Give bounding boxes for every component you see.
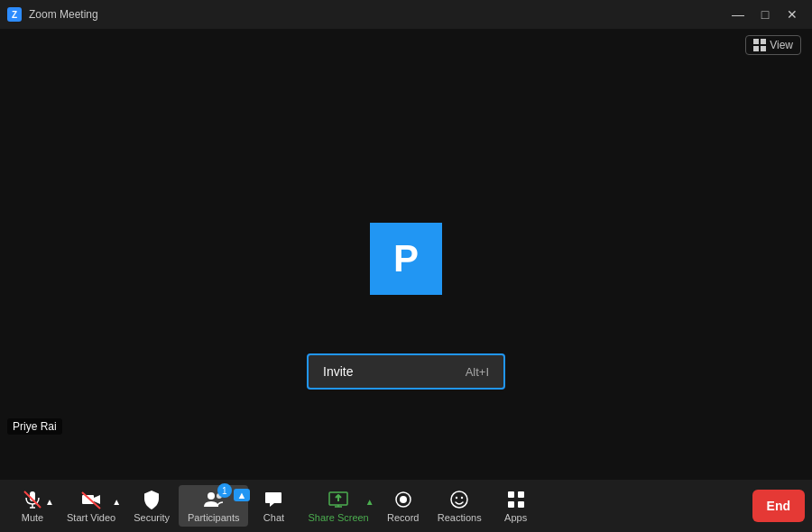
invite-popup[interactable]: Invite Alt+I [307, 353, 505, 390]
svg-rect-24 [518, 491, 524, 498]
title-bar: Z Zoom Meeting — □ ✕ [0, 0, 812, 29]
view-button[interactable]: View [745, 35, 801, 55]
mute-button[interactable]: Mute ▲ [7, 485, 58, 527]
svg-rect-5 [761, 46, 766, 51]
title-bar-controls: — □ ✕ [725, 2, 805, 27]
end-button[interactable]: End [752, 490, 805, 522]
avatar-container: P [370, 223, 442, 295]
svg-rect-2 [753, 39, 759, 44]
svg-rect-26 [518, 501, 524, 508]
record-icon [392, 489, 414, 510]
apps-label: Apps [504, 512, 527, 523]
participants-button[interactable]: 1 ▲ Participants [179, 485, 248, 527]
security-label: Security [134, 512, 170, 523]
grid-icon [753, 39, 766, 51]
view-label: View [770, 39, 793, 51]
svg-point-13 [208, 492, 215, 500]
participants-label: Participants [188, 512, 239, 523]
record-label: Record [387, 512, 419, 523]
avatar-letter: P [393, 237, 419, 280]
chat-label: Chat [263, 512, 284, 523]
participants-count: 1 [217, 483, 232, 498]
svg-point-21 [456, 497, 457, 499]
share-screen-button[interactable]: Share Screen ▲ [299, 485, 377, 527]
reactions-button[interactable]: Reactions [429, 485, 491, 527]
name-tag: Priye Rai [7, 418, 62, 435]
svg-text:Z: Z [12, 10, 17, 20]
video-caret[interactable]: ▲ [110, 497, 123, 507]
svg-point-19 [400, 496, 407, 503]
start-video-button[interactable]: Start Video ▲ [58, 485, 125, 527]
share-screen-icon [328, 489, 349, 510]
title-bar-title: Zoom Meeting [29, 8, 98, 21]
invite-shortcut: Alt+I [466, 365, 503, 379]
close-button[interactable]: ✕ [780, 2, 805, 27]
top-bar: View [0, 29, 812, 61]
svg-rect-25 [508, 501, 514, 508]
toolbar: Mute ▲ Start Video ▲ Security 1 [0, 480, 812, 532]
record-button[interactable]: Record [378, 485, 429, 527]
apps-button[interactable]: Apps [491, 485, 541, 527]
chat-button[interactable]: Chat [248, 485, 299, 527]
reactions-label: Reactions [438, 512, 482, 523]
mic-off-icon [22, 489, 43, 510]
svg-rect-23 [508, 491, 514, 498]
avatar-box: P [370, 223, 442, 295]
svg-rect-4 [753, 46, 759, 51]
security-shield-icon [141, 489, 162, 510]
svg-rect-10 [82, 495, 94, 504]
zoom-icon: Z [7, 7, 22, 22]
mute-label: Mute [22, 512, 43, 523]
reactions-icon [448, 489, 470, 510]
main-area: P Priye Rai Invite Alt+I [0, 29, 812, 489]
security-button[interactable]: Security [125, 485, 179, 527]
share-screen-caret[interactable]: ▲ [364, 497, 376, 507]
start-video-label: Start Video [67, 512, 115, 523]
invite-label: Invite [309, 364, 466, 379]
svg-rect-3 [761, 39, 766, 44]
mute-caret[interactable]: ▲ [43, 497, 56, 507]
apps-icon [505, 489, 527, 510]
svg-point-22 [461, 497, 463, 499]
chat-icon [263, 489, 284, 510]
minimize-button[interactable]: — [725, 2, 751, 27]
maximize-button[interactable]: □ [752, 2, 778, 27]
svg-point-20 [451, 491, 467, 508]
share-screen-label: Share Screen [308, 512, 368, 523]
title-bar-left: Z Zoom Meeting [7, 7, 98, 22]
video-off-icon [80, 489, 102, 510]
